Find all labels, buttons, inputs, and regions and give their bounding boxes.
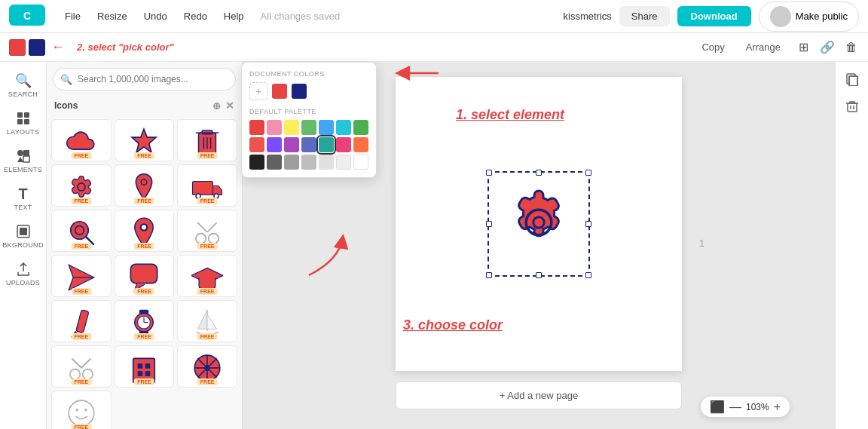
icon-card-location-pin[interactable]: FREE [115, 210, 175, 252]
sidebar-text-label: TEXT [14, 204, 32, 211]
canva-logo[interactable]: C [9, 5, 45, 29]
icon-card-search-circle[interactable]: FREE [51, 210, 112, 252]
sidebar-uploads-label: UPLOADS [6, 279, 40, 287]
nav-undo[interactable]: Undo [136, 8, 175, 25]
screen-icon[interactable]: ⬛ [710, 400, 725, 414]
palette-red[interactable] [249, 120, 264, 135]
icon-card-truck[interactable]: FREE [177, 164, 237, 207]
nav-file[interactable]: File [57, 8, 88, 25]
copy-layout-icon[interactable] [841, 68, 863, 90]
handle-bl[interactable] [486, 272, 492, 278]
palette-darkgray[interactable] [267, 155, 282, 170]
icons-panel-expand[interactable]: ⊕ [212, 100, 221, 112]
color-swatch-navy[interactable] [29, 39, 45, 56]
copy-button[interactable]: Copy [695, 38, 730, 56]
free-badge: FREE [71, 333, 91, 340]
download-button[interactable]: Download [677, 6, 751, 26]
zoom-in-button[interactable]: + [774, 400, 781, 414]
palette-hotpink[interactable] [336, 137, 351, 152]
sidebar-item-text[interactable]: T TEXT [3, 181, 44, 216]
palette-indigo[interactable] [301, 137, 316, 152]
zoom-out-button[interactable]: — [729, 400, 741, 414]
svg-rect-51 [138, 363, 143, 369]
palette-green[interactable] [301, 120, 316, 135]
palette-verylightgray[interactable] [319, 155, 334, 170]
trash-icon[interactable]: 🗑 [844, 40, 859, 55]
handle-br[interactable] [585, 272, 591, 278]
selection-border [487, 171, 590, 277]
search-input[interactable] [53, 68, 236, 90]
add-color-button[interactable]: + [249, 82, 267, 100]
delete-page-icon[interactable] [841, 95, 863, 118]
palette-teal[interactable] [319, 137, 334, 152]
annotation-3: 3. choose color [403, 317, 503, 333]
icon-card-scissors2[interactable]: FREE [51, 345, 112, 388]
palette-pink[interactable] [267, 120, 282, 135]
icon-card-face[interactable]: FREE [51, 391, 112, 429]
sidebar-item-background[interactable]: BKGROUND [3, 219, 44, 253]
palette-violet[interactable] [284, 137, 299, 152]
icon-card-paper-plane[interactable]: FREE [51, 255, 112, 297]
icon-card-gear[interactable]: FREE [51, 164, 112, 207]
share-button[interactable]: Share [619, 6, 670, 26]
handle-tl[interactable] [486, 170, 492, 176]
nav-help[interactable]: Help [216, 8, 252, 25]
color-swatch-red[interactable] [9, 39, 26, 56]
svg-line-33 [198, 222, 208, 232]
handle-rm[interactable] [585, 221, 591, 227]
palette-lightgray[interactable] [301, 155, 316, 170]
grid-icon[interactable]: ⊞ [796, 40, 811, 55]
icon-card-cloud[interactable]: FREE [51, 119, 112, 161]
palette-orange[interactable] [353, 137, 368, 152]
add-page-button[interactable]: + Add a new page [396, 382, 682, 409]
text-icon: T [18, 185, 27, 202]
sidebar-item-layouts[interactable]: LAYOUTS [3, 106, 44, 140]
icon-card-graduation-hat[interactable]: FREE [177, 255, 237, 297]
nav-redo[interactable]: Redo [176, 8, 215, 25]
palette-yellow[interactable] [284, 120, 299, 135]
pick-color-annotation: 2. select "pick color" [77, 41, 174, 53]
palette-medgray[interactable] [284, 155, 299, 170]
make-public-button[interactable]: Make public [759, 2, 859, 32]
svg-rect-37 [131, 264, 157, 283]
icon-card-pin[interactable]: FREE [115, 164, 175, 207]
canvas-gear-element[interactable] [494, 177, 584, 271]
palette-white[interactable] [353, 155, 368, 170]
palette-blue[interactable] [319, 120, 334, 135]
icon-card-chat[interactable]: FREE [115, 255, 175, 297]
handle-tm[interactable] [536, 170, 542, 176]
palette-purple[interactable] [267, 137, 282, 152]
free-badge: FREE [197, 152, 218, 159]
palette-black[interactable] [249, 155, 264, 170]
handle-lm[interactable] [486, 221, 492, 227]
handle-bm[interactable] [536, 272, 542, 278]
sidebar-item-search[interactable]: 🔍 SEARCH [3, 68, 44, 103]
nav-resize[interactable]: Resize [90, 8, 135, 25]
sidebar-item-uploads[interactable]: UPLOADS [3, 256, 44, 291]
search-icon-left: 🔍 [60, 74, 72, 85]
sidebar-item-elements[interactable]: ELEMENTS [3, 143, 44, 178]
link-icon[interactable]: 🔗 [820, 40, 835, 55]
left-panel: 🔍 Icons ⊕ ✕ FREE FR [47, 62, 243, 429]
background-icon [17, 223, 30, 240]
icon-card-wheel[interactable]: FREE [177, 345, 237, 388]
icon-card-watch[interactable]: FREE [115, 300, 175, 342]
palette-darkgreen[interactable] [353, 120, 368, 135]
icons-panel-close[interactable]: ✕ [225, 100, 234, 112]
canvas-page: 1. select element [396, 77, 682, 371]
arrange-button[interactable]: Arrange [740, 38, 787, 56]
doc-color-navy[interactable] [292, 84, 307, 99]
icon-card-building[interactable]: FREE [115, 345, 175, 388]
icon-card-pen[interactable]: FREE [51, 300, 112, 342]
icon-card-trash[interactable]: FREE [177, 119, 237, 161]
doc-color-red[interactable] [272, 84, 287, 99]
handle-tr[interactable] [585, 170, 591, 176]
icon-card-star[interactable]: FREE [115, 119, 175, 161]
free-badge: FREE [71, 198, 91, 204]
icon-card-sailboat[interactable]: FREE [177, 300, 237, 342]
layouts-icon [17, 110, 30, 127]
palette-cyan[interactable] [336, 120, 351, 135]
icon-card-scissors[interactable]: FREE [177, 210, 237, 252]
palette-offwhite[interactable] [336, 155, 351, 170]
palette-red2[interactable] [249, 137, 264, 152]
